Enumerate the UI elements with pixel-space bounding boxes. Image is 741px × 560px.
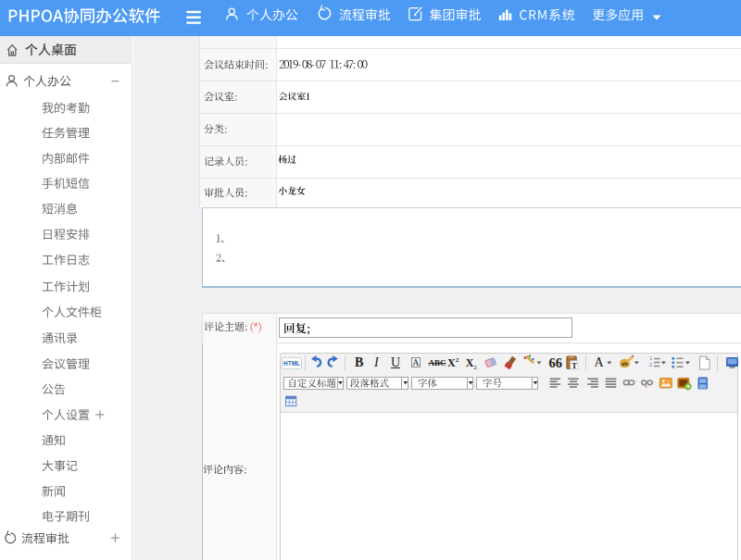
svg-text:T: T: [571, 361, 577, 370]
svg-text:1: 1: [649, 355, 652, 361]
svg-text:2: 2: [649, 362, 652, 367]
